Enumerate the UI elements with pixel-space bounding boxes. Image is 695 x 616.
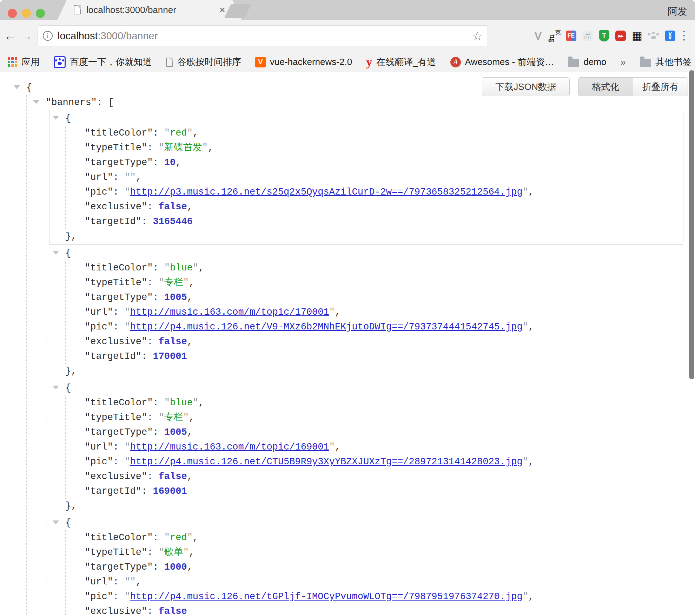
- open-brace: {: [65, 518, 71, 528]
- json-line: "url": "http://music.163.com/m/topic/170…: [85, 305, 683, 320]
- close-brace: },: [65, 231, 77, 242]
- json-link[interactable]: http://p4.music.126.net/tGPljf-IMOCyPvum…: [130, 591, 523, 602]
- json-link[interactable]: http://music.163.com/m/topic/169001: [130, 442, 329, 452]
- browser-tab[interactable]: localhost:3000/banner ×: [58, 0, 241, 20]
- json-string: blue: [170, 398, 193, 408]
- translate-extension-icon[interactable]: ⇄ 英 en: [549, 31, 560, 41]
- url-text[interactable]: localhost:3000/banner: [58, 30, 158, 42]
- sitemap-extension-icon[interactable]: 品: [582, 31, 593, 41]
- colon: :: [147, 547, 158, 558]
- extensions-row: V ⇄ 英 en FE 品 T ▶▶ ▦ ∨∨: [533, 20, 675, 52]
- json-line: "pic": "http://p3.music.126.net/s25q2x5Q…: [85, 185, 683, 199]
- bookmark-youdao-translate[interactable]: y 在线翻译_有道: [366, 56, 436, 68]
- json-line: "targetType": 1000,: [85, 560, 683, 575]
- other-bookmarks-folder[interactable]: 其他书签: [640, 56, 692, 68]
- address-bar[interactable]: i localhost:3000/banner ☆: [38, 25, 488, 46]
- close-window-button[interactable]: [8, 9, 17, 18]
- quote: ": [164, 532, 170, 543]
- json-key: "titleColor": [85, 263, 153, 273]
- colon: :: [147, 277, 158, 288]
- bookmark-demo-folder[interactable]: demo: [568, 57, 606, 67]
- json-key: "banners": [46, 97, 97, 108]
- json-number: 3165446: [153, 216, 192, 227]
- vue-icon: V: [255, 57, 266, 67]
- download-helper-icon[interactable]: ∨∨: [665, 31, 675, 41]
- fe-extension-icon[interactable]: FE: [566, 31, 576, 41]
- colon: :: [147, 471, 158, 482]
- bookmark-baidu[interactable]: 百度一下，你就知道: [54, 56, 152, 68]
- url-host: localhost: [58, 30, 98, 41]
- json-link[interactable]: http://p4.music.126.net/V9-MXz6b2MNhEKju…: [130, 322, 523, 332]
- collapse-toggle-icon[interactable]: [53, 386, 59, 389]
- json-line: "titleColor": "blue",: [85, 261, 683, 275]
- json-link[interactable]: http://music.163.com/m/topic/170001: [130, 307, 329, 317]
- quote: ": [523, 591, 528, 602]
- back-icon[interactable]: ←: [2, 28, 18, 43]
- comma: ,: [187, 471, 193, 482]
- minimize-window-button[interactable]: [22, 9, 31, 18]
- comma: ,: [193, 128, 198, 138]
- json-line: "exclusive": false: [85, 604, 683, 616]
- colon: :: [113, 442, 124, 452]
- empty-string: "": [124, 172, 135, 183]
- bookmarks-overflow-icon[interactable]: »: [620, 57, 626, 68]
- comma: ,: [528, 591, 534, 602]
- json-string: 歌单: [164, 547, 183, 558]
- json-line: "targetId": 169001: [85, 484, 683, 499]
- json-link[interactable]: http://p3.music.126.net/s25q2x5QyqsAzilC…: [130, 187, 523, 197]
- quote: ": [159, 277, 164, 288]
- colon: :: [147, 606, 158, 616]
- json-line: },: [65, 364, 683, 379]
- json-key: "titleColor": [85, 128, 153, 138]
- quote: ": [183, 547, 189, 558]
- bookmark-star-icon[interactable]: ☆: [472, 29, 483, 43]
- json-link[interactable]: http://p4.music.126.net/CTU5B9R9y3XyYBZX…: [130, 457, 523, 467]
- vue-devtools-icon[interactable]: V: [533, 31, 543, 41]
- json-number: 10: [164, 157, 176, 168]
- json-key: "typeTitle": [85, 412, 147, 423]
- bookmark-google-sort[interactable]: 谷歌按时间排序: [166, 56, 241, 68]
- bookmark-apps[interactable]: 应用: [8, 56, 40, 68]
- page-info-icon[interactable]: i: [43, 31, 53, 41]
- json-array-item: {"titleColor": "blue","typeTitle": "专栏",…: [49, 245, 683, 380]
- collapse-toggle-icon[interactable]: [14, 85, 20, 89]
- json-key: "exclusive": [85, 202, 147, 212]
- comma: ,: [528, 187, 534, 197]
- tab-close-icon[interactable]: ×: [219, 4, 225, 16]
- bookmark-vue-hackernews[interactable]: V vue-hackernews-2.0: [255, 57, 352, 67]
- colon: :: [147, 202, 158, 212]
- json-boolean: false: [159, 471, 187, 482]
- fullscreen-window-button[interactable]: [36, 9, 45, 18]
- collapse-toggle-icon[interactable]: [33, 100, 39, 104]
- collapse-toggle-icon[interactable]: [53, 251, 59, 255]
- bookmark-awesomes[interactable]: A Awesomes - 前端资…: [450, 56, 554, 68]
- quote: ": [523, 457, 528, 467]
- paw-extension-icon[interactable]: [648, 31, 659, 41]
- json-line: },: [65, 499, 683, 513]
- quote: ": [124, 457, 130, 467]
- json-line: "typeTitle": "专栏",: [85, 275, 683, 290]
- json-boolean: false: [159, 336, 187, 347]
- json-key: "typeTitle": [85, 277, 147, 288]
- comma: ,: [187, 427, 193, 438]
- json-line: "targetType": 10,: [85, 155, 683, 170]
- collapse-toggle-icon[interactable]: [53, 520, 59, 524]
- qr-code-icon[interactable]: ▦: [632, 31, 642, 41]
- shield-extension-icon[interactable]: T: [599, 31, 609, 41]
- open-bracket: : [: [97, 97, 114, 108]
- close-brace: },: [65, 501, 77, 511]
- close-brace: },: [65, 366, 77, 376]
- json-key: "targetType": [85, 157, 153, 168]
- colon: :: [113, 322, 124, 332]
- profile-name[interactable]: 阿发: [668, 5, 687, 18]
- json-line: "titleColor": "blue",: [85, 395, 683, 410]
- video-downloader-icon[interactable]: ▶▶: [615, 31, 626, 41]
- quote: ": [329, 442, 335, 452]
- browser-menu-icon[interactable]: ⋮: [678, 28, 690, 42]
- json-line: {: [65, 516, 683, 530]
- comma: ,: [187, 336, 193, 347]
- scrollbar-thumb[interactable]: [689, 70, 694, 379]
- quote: ": [193, 263, 198, 273]
- collapse-toggle-icon[interactable]: [53, 116, 59, 120]
- json-line: "banners": [: [46, 95, 683, 110]
